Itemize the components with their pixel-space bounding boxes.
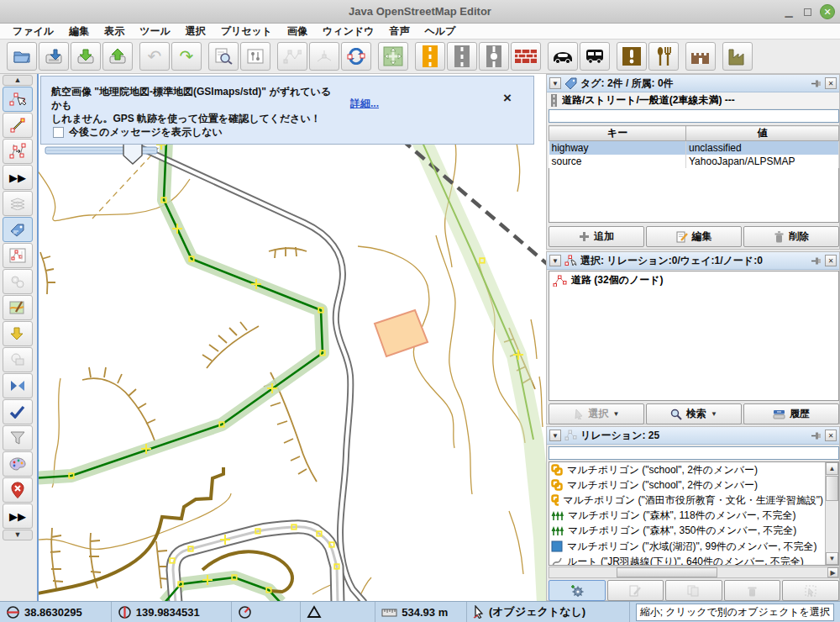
warning-preset-button[interactable] xyxy=(617,42,647,71)
shapes-button[interactable] xyxy=(3,347,33,372)
delete-relation-button[interactable] xyxy=(724,580,781,601)
table-row[interactable]: sourceYahooJapan/ALPSMAP xyxy=(549,155,839,168)
details-link[interactable]: 詳細... xyxy=(350,97,379,111)
scroll-up-button[interactable]: ▲ xyxy=(3,75,33,86)
merge-ways-button[interactable] xyxy=(277,42,307,71)
open-button[interactable] xyxy=(7,42,37,71)
more-panels-button[interactable]: ▶▶ xyxy=(3,503,33,529)
tag-filter-input[interactable] xyxy=(549,109,839,123)
map-view[interactable]: 航空画像 "地理院地図-標準地図(GSImaps/std)" がずれているかも … xyxy=(37,74,546,601)
horizontal-scrollbar[interactable]: ▶ xyxy=(549,567,839,578)
dont-show-checkbox[interactable] xyxy=(53,127,64,138)
add-tag-button[interactable]: 追加 xyxy=(549,226,644,247)
restaurant-preset-button[interactable] xyxy=(648,42,679,71)
menu-imagery[interactable]: 画像 xyxy=(280,24,315,39)
menu-tools[interactable]: ツール xyxy=(132,24,178,39)
upload-button[interactable] xyxy=(102,42,133,71)
duplicate-relation-button[interactable] xyxy=(665,580,722,601)
car-preset-button[interactable] xyxy=(548,42,578,71)
vertical-scrollbar[interactable]: ▲ ▼ xyxy=(825,462,838,565)
toggle-dialogs-button[interactable] xyxy=(240,42,270,71)
menu-edit[interactable]: 編集 xyxy=(61,24,97,39)
validator-button[interactable] xyxy=(3,399,33,424)
menu-view[interactable]: 表示 xyxy=(97,24,132,39)
list-item[interactable]: マルチポリゴン ("森林", 118件のメンバー, 不完全) xyxy=(549,509,825,524)
preset-row[interactable]: 道路/ストリート/一般道(2車線未満) --- xyxy=(547,92,839,108)
zoom-to-data-button[interactable] xyxy=(378,42,408,71)
delete-marker-button[interactable] xyxy=(3,477,33,503)
collapse-button[interactable]: ▼ xyxy=(549,77,561,89)
draw-node-button[interactable] xyxy=(3,113,33,138)
menu-windows[interactable]: ウィンドウ xyxy=(315,24,381,39)
list-item[interactable]: ルート ("JR羽越線(下り)", 640件のメンバー, 不完全) xyxy=(549,554,825,566)
pin-icon[interactable] xyxy=(810,255,822,266)
castle-preset-button[interactable] xyxy=(685,42,716,71)
collapse-button[interactable]: ▼ xyxy=(549,255,561,266)
panel-close-icon[interactable]: ✕ xyxy=(825,255,837,266)
palette-button[interactable] xyxy=(3,451,33,477)
zoom-slider[interactable] xyxy=(45,144,157,164)
edit-relation-button[interactable] xyxy=(607,580,664,601)
table-row[interactable]: highwayunclassified xyxy=(549,141,839,155)
list-item[interactable]: 道路 (32個のノード) xyxy=(549,271,838,289)
menu-selection[interactable]: 選択 xyxy=(178,24,213,39)
menu-presets[interactable]: プリセット xyxy=(213,24,280,39)
list-item[interactable]: マルチポリゴン ("酒田市役所教育・文化・生涯学習施設") xyxy=(549,493,825,508)
list-item[interactable]: マルチポリゴン ("school", 2件のメンバー) xyxy=(549,477,825,493)
history-button[interactable]: 履歴 xyxy=(743,403,839,424)
undo-button[interactable]: ↶ xyxy=(139,42,170,71)
roundabout-preset-button[interactable] xyxy=(479,42,509,71)
conflict-button[interactable] xyxy=(3,373,33,398)
scroll-down-arrow-icon[interactable]: ▼ xyxy=(826,552,838,565)
sync-button[interactable] xyxy=(341,42,371,71)
panel-close-icon[interactable]: ✕ xyxy=(825,430,837,441)
relation-editor-button[interactable] xyxy=(3,243,33,268)
download-along-button[interactable] xyxy=(3,321,33,346)
relation-filter-input[interactable] xyxy=(549,446,839,460)
select-relation-button[interactable] xyxy=(782,580,839,601)
more-tools-button[interactable]: ▶▶ xyxy=(3,165,33,190)
layers-button[interactable] xyxy=(3,191,33,216)
close-button[interactable]: ✕ xyxy=(820,4,835,19)
motorway-preset-button[interactable] xyxy=(415,42,445,71)
save-button[interactable] xyxy=(39,42,69,71)
panel-close-icon[interactable]: ✕ xyxy=(825,77,837,89)
list-item[interactable]: マルチポリゴン ("school", 2件のメンバー) xyxy=(549,462,825,477)
download-button[interactable] xyxy=(71,42,101,71)
restore-button[interactable] xyxy=(800,4,815,19)
scroll-down-button[interactable]: ▼ xyxy=(3,530,33,540)
scrollbar-thumb[interactable] xyxy=(617,567,717,577)
select-tool-button[interactable] xyxy=(3,87,33,112)
delete-tag-button[interactable]: 削除 xyxy=(743,226,839,247)
redo-button[interactable]: ↷ xyxy=(171,42,202,71)
minimize-button[interactable]: ▁ xyxy=(781,4,796,19)
scroll-right-arrow-icon[interactable]: ▶ xyxy=(827,567,838,577)
scroll-up-arrow-icon[interactable]: ▲ xyxy=(826,462,838,475)
value-column-header[interactable]: 値 xyxy=(686,126,839,141)
node-crosses[interactable] xyxy=(141,140,523,585)
map-canvas[interactable] xyxy=(39,74,546,601)
pin-icon[interactable] xyxy=(810,77,822,89)
list-item[interactable]: マルチポリゴン ("水域(湖沼)", 99件のメンバー, 不完全) xyxy=(549,539,825,554)
notification-close-icon[interactable]: × xyxy=(503,90,512,107)
building-polygon[interactable] xyxy=(375,310,428,356)
collapse-button[interactable]: ▼ xyxy=(549,430,561,441)
merge-nodes-button[interactable] xyxy=(309,42,339,71)
list-item[interactable]: マルチポリゴン ("森林", 350件のメンバー, 不完全) xyxy=(549,524,825,539)
edit-tag-button[interactable]: 編集 xyxy=(646,226,742,247)
preferences-button[interactable] xyxy=(3,269,33,294)
zoom-slider-handle[interactable] xyxy=(123,144,142,164)
pin-icon[interactable] xyxy=(810,430,822,441)
move-node-button[interactable] xyxy=(3,139,33,164)
key-column-header[interactable]: キー xyxy=(549,126,686,141)
menu-audio[interactable]: 音声 xyxy=(382,24,417,39)
mappaint-button[interactable] xyxy=(3,295,33,320)
select-button[interactable]: 選択▼ xyxy=(549,403,644,424)
bus-preset-button[interactable] xyxy=(580,42,610,71)
factory-preset-button[interactable] xyxy=(722,42,753,71)
filter-button[interactable] xyxy=(3,425,33,451)
search-preferences-button[interactable] xyxy=(208,42,239,71)
scrollbar-thumb[interactable] xyxy=(826,476,838,501)
tags-panel-button[interactable] xyxy=(3,217,33,242)
wall-preset-button[interactable] xyxy=(511,42,541,71)
